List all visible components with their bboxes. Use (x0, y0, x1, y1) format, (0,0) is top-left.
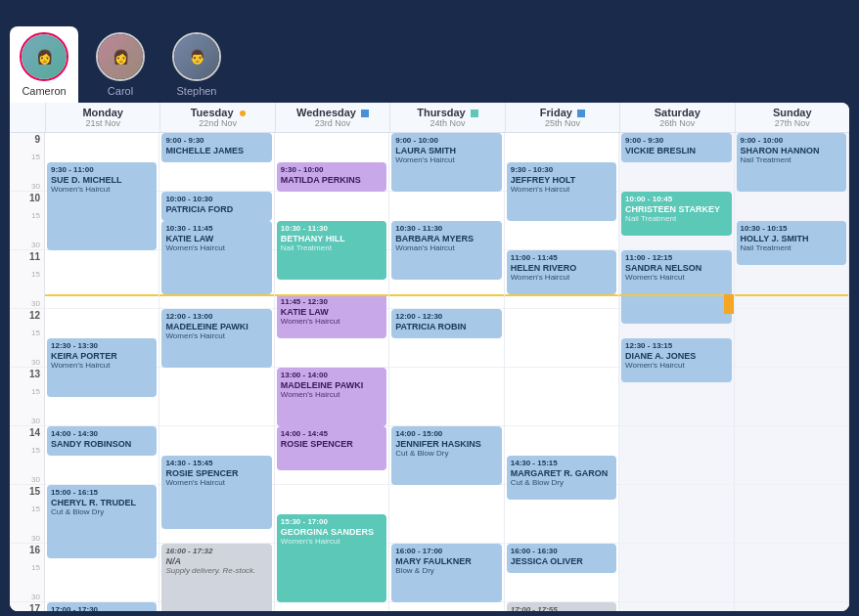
apt-katie-law-wed[interactable]: 11:45 - 12:30 KATIE LAW Women's Haircut (277, 294, 386, 338)
apt-time: 17:00 - 17:55 (511, 605, 612, 611)
apt-time: 9:30 - 11:00 (51, 165, 153, 174)
apt-service: Women's Haircut (395, 155, 497, 164)
apt-service: Women's Haircut (625, 273, 727, 282)
apt-service: Women's Haircut (511, 185, 612, 194)
day-header-thu: Thursday 24th Nov (389, 103, 504, 132)
apt-laura-smith[interactable]: 9:00 - 10:00 LAURA SMITH Women's Haircut (391, 133, 501, 192)
apt-time: 14:30 - 15:45 (165, 459, 267, 467)
apt-holly-smith[interactable]: 10:30 - 10:15 HOLLY J. SMITH Nail Treatm… (737, 221, 846, 265)
staff-name-cameron: Cameron (22, 85, 66, 97)
apt-rosie-spencer-tue[interactable]: 14:30 - 15:45 ROSIE SPENCER Women's Hair… (161, 456, 271, 529)
apt-service: Nail Treatment (741, 243, 842, 252)
apt-name: JESSICA OLIVER (511, 556, 612, 566)
apt-service: Woman's Haircut (395, 243, 497, 252)
slot (389, 602, 503, 611)
apt-sharon-hannon[interactable]: 9:00 - 10:00 SHARON HANNON Nail Treatmen… (737, 133, 846, 192)
time-9: 91530 (10, 133, 44, 192)
apt-time: 10:30 - 11:30 (281, 224, 383, 233)
apt-name: JENNIFER HASKINS (395, 439, 497, 449)
apt-margaret-garon[interactable]: 14:30 - 15:15 MARGARET R. GARON Cut & Bl… (507, 456, 616, 500)
apt-time: 9:30 - 10:00 (281, 165, 383, 174)
apt-name: SANDRA NELSON (625, 263, 727, 273)
apt-georgina-sanders[interactable]: 15:30 - 17:00 GEORGINA SANDERS Women's H… (277, 514, 386, 602)
apt-erin-simmons[interactable]: 17:00 - 17:30 ERIN SIMMONS (47, 602, 157, 611)
apt-helen-rivero[interactable]: 11:00 - 11:45 HELEN RIVERO Women's Hairc… (507, 250, 616, 294)
apt-time: 9:00 - 10:00 (741, 136, 842, 145)
apt-time: 15:00 - 16:15 (51, 488, 153, 497)
apt-name: SHARON HANNON (741, 146, 842, 155)
slot (505, 368, 618, 426)
apt-patricia-robin[interactable]: 12:00 - 12:30 PATRICIA ROBIN (391, 309, 501, 338)
apt-service: Nail Treatment (281, 243, 383, 252)
apt-service: Nail Treatment (741, 155, 842, 164)
apt-michelle-james[interactable]: 9:00 - 9:30 MICHELLE JAMES (161, 133, 271, 162)
day-name-tue: Tuesday (166, 107, 268, 118)
staff-stephen[interactable]: 👨 Stephen (162, 26, 231, 103)
apt-name: PATRICIA ROBIN (395, 322, 497, 331)
day-name-thu: Thursday (396, 107, 498, 118)
apt-name: HELEN RIVERO (511, 263, 612, 273)
current-time-line-fri (505, 294, 618, 296)
apt-na-tue[interactable]: 16:00 - 17:32 N/A Supply delivery. Re-st… (161, 544, 271, 611)
day-header-fri: Friday 25th Nov (505, 103, 619, 132)
apt-name: PATRICIA FORD (165, 204, 267, 214)
apt-jeffrey-holt[interactable]: 9:30 - 10:30 JEFFREY HOLT Women's Haircu… (507, 162, 616, 221)
apt-service: Women's Haircut (281, 537, 383, 546)
apt-patricia-ford[interactable]: 10:00 - 10:30 PATRICIA FORD (161, 192, 271, 221)
apt-rosie-spencer-wed[interactable]: 14:00 - 14:45 ROSIE SPENCER (277, 426, 386, 470)
dot-indicator-tue (240, 110, 246, 116)
day-header-tue: Tuesday 22nd Nov (159, 103, 274, 132)
apt-time: 12:30 - 13:15 (625, 341, 727, 350)
apt-christeen-starkey[interactable]: 10:00 - 10:45 CHRISTEEN STARKEY Nail Tre… (621, 192, 731, 236)
apt-jessica-oliver[interactable]: 16:00 - 16:30 JESSICA OLIVER (507, 544, 616, 573)
day-col-tuesday: 9:00 - 9:30 MICHELLE JAMES 10:00 - 10:30… (159, 133, 274, 611)
apt-sandy-robinson[interactable]: 14:00 - 14:30 SANDY ROBINSON (47, 426, 157, 456)
flag-thu (471, 110, 478, 117)
staff-cameron[interactable]: 👩 Cameron (10, 26, 78, 103)
apt-time: 9:00 - 9:30 (625, 136, 727, 145)
apt-barbara-myers[interactable]: 10:30 - 11:30 BARBARA MYERS Woman's Hair… (391, 221, 501, 280)
slot (45, 250, 158, 309)
apt-time: 17:00 - 17:30 (51, 605, 153, 611)
calendar-body[interactable]: 91530 101530 111530 121530 131530 141530… (10, 133, 849, 611)
day-name-fri: Friday (512, 107, 613, 118)
apt-time: 11:45 - 12:30 (281, 297, 383, 306)
apt-sue-michell[interactable]: 9:30 - 11:00 SUE D. MICHELL Women's Hair… (47, 162, 157, 250)
apt-jennifer-haskins[interactable]: 14:00 - 15:00 JENNIFER HASKINS Cut & Blo… (391, 426, 501, 485)
apt-sandra-nelson[interactable]: 11:00 - 12:15 SANDRA NELSON Women's Hair… (621, 250, 731, 324)
avatar-carol: 👩 (96, 32, 145, 81)
slot (735, 544, 848, 602)
apt-katie-law-tue[interactable]: 10:30 - 11:45 KATIE LAW Women's Haircut (161, 221, 271, 294)
apt-time: 14:30 - 15:15 (511, 459, 612, 467)
apt-cheryl-trudel[interactable]: 15:00 - 16:15 CHERYL R. TRUDEL Cut & Blo… (47, 485, 157, 558)
apt-madeleine-pawki-wed[interactable]: 13:00 - 14:00 MADELEINE PAWKI Women's Ha… (277, 368, 386, 426)
apt-na-fri[interactable]: 17:00 - 17:55 N/A Supply delivery. Re-st… (507, 602, 616, 611)
slot (619, 544, 733, 602)
current-time-line-mon (45, 294, 158, 296)
apt-bethany-hill[interactable]: 10:30 - 11:30 BETHANY HILL Nail Treatmen… (277, 221, 386, 280)
flag-fri (577, 110, 585, 117)
apt-service: Supply delivery. Re-stock. (165, 566, 267, 575)
apt-time: 14:00 - 15:00 (395, 429, 497, 438)
current-time-line-sun (735, 294, 848, 296)
apt-service: Women's Haircut (51, 185, 153, 194)
apt-time: 9:00 - 9:30 (165, 136, 267, 145)
apt-time: 12:30 - 13:30 (51, 341, 153, 350)
apt-matilda-perkins[interactable]: 9:30 - 10:00 MATILDA PERKINS (277, 162, 386, 192)
apt-name: JEFFREY HOLT (511, 175, 612, 185)
apt-name: KATIE LAW (281, 307, 383, 317)
apt-service: Women's Haircut (511, 273, 612, 282)
staff-name-carol: Carol (108, 85, 133, 97)
apt-vickie-breslin[interactable]: 9:00 - 9:30 VICKIE BRESLIN (621, 133, 731, 162)
apt-diane-jones[interactable]: 12:30 - 13:15 DIANE A. JONES Women's Hai… (621, 338, 731, 382)
slot (619, 602, 733, 611)
apt-name: CHRISTEEN STARKEY (625, 204, 727, 214)
day-name-mon: Monday (52, 107, 154, 118)
apt-name: ROSIE SPENCER (281, 439, 383, 449)
apt-mary-faulkner[interactable]: 16:00 - 17:00 MARY FAULKNER Blow & Dry (391, 544, 501, 602)
staff-carol[interactable]: 👩 Carol (86, 26, 155, 103)
apt-service: Cut & Blow Dry (511, 478, 612, 487)
apt-madeleine-pawki-tue[interactable]: 12:00 - 13:00 MADELEINE PAWKI Women's Ha… (161, 309, 271, 368)
apt-name: BARBARA MYERS (395, 234, 497, 243)
apt-keira-porter[interactable]: 12:30 - 13:30 KEIRA PORTER Women's Hairc… (47, 338, 157, 397)
